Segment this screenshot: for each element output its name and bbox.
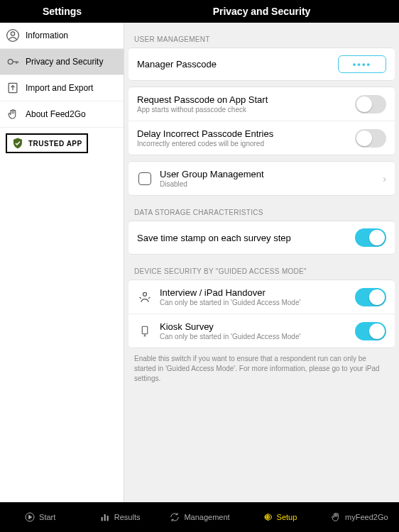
sidebar-item-privacy-security[interactable]: Privacy and Security [0,49,124,75]
user-circle-icon [6,28,20,43]
topbar: Settings Privacy and Security [0,0,399,23]
person-handover-icon [137,290,153,304]
row-save-timestamp: Save time stamp on each survey step [129,221,395,254]
topbar-right-title: Privacy and Security [124,0,399,23]
shield-check-icon [11,137,24,150]
sidebar-item-import-export[interactable]: Import and Export [0,75,124,101]
row-request-passcode: Request Passcode on App Start App starts… [129,87,395,121]
main-content: USER MANAGEMENT Manager Passcode •••• Re… [124,23,399,502]
hand-icon [330,511,341,523]
kiosk-toggle[interactable] [355,322,386,340]
gear-icon [262,511,273,523]
trusted-app-label: TRUSTED APP [28,140,82,148]
tab-label: myFeed2Go [345,513,388,521]
save-timestamp-label: Save time stamp on each survey step [137,233,348,243]
sidebar-item-label: Information [26,31,68,40]
delay-incorrect-subtitle: Incorrectly entered codes will be ignore… [137,140,348,148]
key-icon [6,55,20,69]
passcode-pill[interactable]: •••• [338,55,386,73]
save-timestamp-toggle[interactable] [355,228,386,247]
sidebar-item-label: Privacy and Security [26,57,103,67]
bars-icon [99,511,111,523]
trusted-app-badge: TRUSTED APP [6,133,88,153]
import-export-icon [6,81,20,95]
svg-point-10 [266,516,268,518]
device-security-help-text: Enable this switch if you want to ensure… [124,348,399,387]
tab-label: Management [184,513,229,521]
row-delay-incorrect: Delay Incorrect Passcode Entries Incorre… [129,121,395,155]
chevron-right-icon: › [383,173,386,184]
sidebar-item-label: About Feed2Go [26,109,86,119]
kiosk-icon [137,325,153,338]
delay-incorrect-toggle[interactable] [355,129,386,148]
svg-point-2 [8,60,13,65]
manager-passcode-label: Manager Passcode [137,59,331,70]
user-group-checkbox[interactable] [138,172,151,185]
section-header-data-storage: DATA STORAGE CHARACTERISTICS [124,196,399,221]
row-user-group-management[interactable]: User Group Management Disabled › [129,162,395,195]
tab-label: Results [114,513,141,521]
interview-label: Interview / iPad Handover [160,287,348,298]
sync-icon [169,511,180,523]
tab-start[interactable]: Start [0,511,80,523]
tab-setup[interactable]: Setup [239,511,319,523]
svg-rect-7 [101,517,102,521]
svg-rect-5 [142,326,148,334]
request-passcode-label: Request Passcode on App Start [137,94,348,105]
row-kiosk-survey: Kiosk Survey Can only be started in 'Gui… [129,314,395,348]
topbar-left-title: Settings [0,0,124,23]
kiosk-label: Kiosk Survey [160,321,348,332]
user-group-label: User Group Management [160,169,376,179]
kiosk-subtitle: Can only be started in 'Guided Access Mo… [160,333,348,340]
sidebar: Information Privacy and Security Import … [0,23,124,502]
delay-incorrect-label: Delay Incorrect Passcode Entries [137,128,348,139]
svg-rect-8 [104,514,105,521]
tabbar: Start Results Management Setup myFeed2Go [0,502,399,532]
user-group-subtitle: Disabled [160,180,376,188]
section-header-user-management: USER MANAGEMENT [124,23,399,48]
svg-rect-9 [106,516,108,521]
tab-management[interactable]: Management [160,511,239,523]
row-manager-passcode[interactable]: Manager Passcode •••• [129,48,395,80]
request-passcode-subtitle: App starts without passcode check [137,106,348,113]
sidebar-item-about[interactable]: About Feed2Go [0,101,124,128]
section-header-device-security: DEVICE SECURITY BY "GUIDED ACCESS MODE" [124,255,399,279]
tab-label: Setup [277,513,297,521]
svg-point-1 [11,32,14,35]
sidebar-item-information[interactable]: Information [0,23,124,49]
interview-toggle[interactable] [355,288,386,306]
row-interview-handover: Interview / iPad Handover Can only be st… [129,280,395,314]
tab-myfeed2go[interactable]: myFeed2Go [319,511,399,523]
sidebar-item-label: Import and Export [26,83,93,93]
svg-point-4 [143,292,147,296]
tab-results[interactable]: Results [80,511,159,523]
tab-label: Start [39,513,55,521]
interview-subtitle: Can only be started in 'Guided Access Mo… [160,299,348,306]
play-icon [24,511,35,523]
request-passcode-toggle[interactable] [355,95,386,113]
hand-icon [6,107,20,121]
